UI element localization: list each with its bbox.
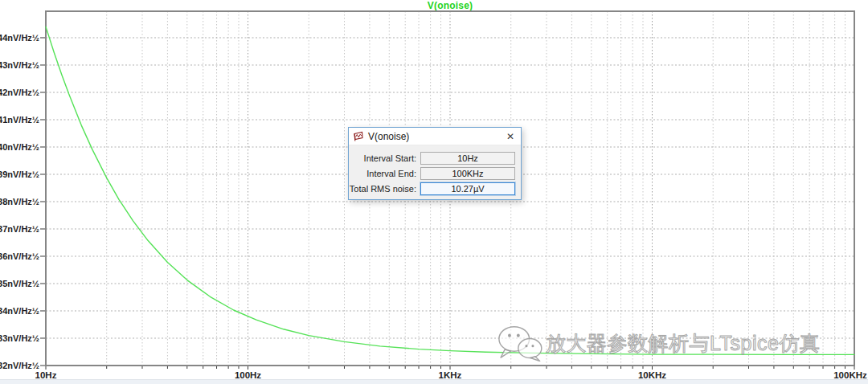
dialog-body: Interval Start: 10Hz Interval End: 100KH… [349,145,521,196]
y-axis-label: 32nV/Hz½ [0,361,39,370]
rms-noise-dialog: V(onoise) ✕ Interval Start: 10Hz Interva… [348,127,522,200]
y-axis-label: 43nV/Hz½ [0,60,39,70]
y-axis-label: 42nV/Hz½ [0,88,39,97]
y-axis-label: 40nV/Hz½ [0,142,39,152]
interval-start-label: Interval Start: [349,153,420,163]
total-rms-noise-value[interactable]: 10.27µV [420,182,515,195]
dialog-title: V(onoise) [368,131,505,142]
interval-end-row: Interval End: 100KHz [349,165,521,181]
total-rms-noise-row: Total RMS noise: 10.27µV [349,181,521,196]
y-axis-label: 39nV/Hz½ [0,170,39,179]
interval-start-row: Interval Start: 10Hz [349,150,521,165]
y-axis-label: 36nV/Hz½ [0,251,39,261]
interval-end-value[interactable]: 100KHz [420,167,515,180]
bottom-strip [0,379,868,384]
y-axis-label: 41nV/Hz½ [0,115,39,125]
dialog-titlebar[interactable]: V(onoise) ✕ [349,128,521,145]
close-icon[interactable]: ✕ [505,129,516,144]
waveform-viewer: V(onoise) 10Hz100Hz1KHz10KHz100KHz44nV/H… [0,0,868,384]
y-axis-label: 35nV/Hz½ [0,279,39,288]
waveform-icon [353,131,363,141]
y-axis-label: 44nV/Hz½ [0,33,39,43]
y-axis-label: 38nV/Hz½ [0,197,39,206]
y-axis-label: 34nV/Hz½ [0,306,39,316]
total-rms-noise-label: Total RMS noise: [349,184,420,194]
y-axis-label: 37nV/Hz½ [0,224,39,234]
interval-start-value[interactable]: 10Hz [420,152,515,165]
y-axis-label: 33nV/Hz½ [0,333,39,343]
interval-end-label: Interval End: [349,169,420,178]
